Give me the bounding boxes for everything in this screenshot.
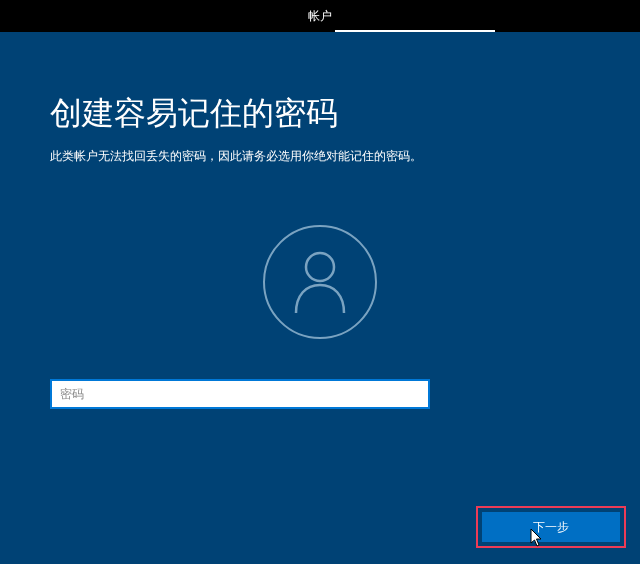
next-button[interactable]: 下一步: [482, 512, 620, 542]
password-input[interactable]: [60, 387, 420, 401]
next-button-label: 下一步: [533, 519, 569, 536]
top-bar: 帐户: [0, 0, 640, 32]
next-button-highlight: 下一步: [476, 506, 626, 548]
avatar-container: [50, 225, 590, 339]
svg-point-0: [306, 253, 334, 281]
page-title: 创建容易记住的密码: [50, 92, 590, 136]
page-subtitle: 此类帐户无法找回丢失的密码，因此请务必选用你绝对能记住的密码。: [50, 148, 590, 165]
tab-account[interactable]: 帐户: [288, 0, 352, 33]
password-field-container: [50, 379, 430, 409]
tab-underline: [335, 30, 495, 32]
person-icon: [292, 251, 348, 313]
tab-label: 帐户: [308, 9, 332, 23]
user-avatar-icon: [263, 225, 377, 339]
content: 创建容易记住的密码 此类帐户无法找回丢失的密码，因此请务必选用你绝对能记住的密码…: [0, 32, 640, 409]
